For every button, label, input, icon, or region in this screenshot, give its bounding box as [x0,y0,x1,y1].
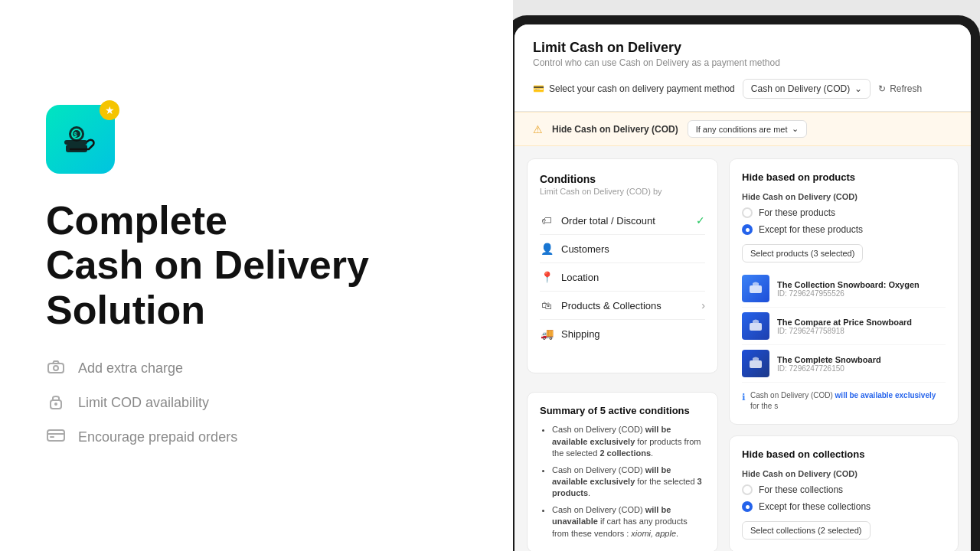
product-item-1: The Collection Snowboard: Oxygen ID: 729… [742,270,946,308]
hide-collections-title: Hide based on collections [742,448,946,460]
svg-text:$: $ [74,131,77,139]
radio-except-collections[interactable]: Except for these collections [742,501,946,512]
products-radio-group: For these products Except for these prod… [742,207,946,235]
card-icon [46,429,66,446]
summary-title: Summary of 5 active conditions [540,405,705,416]
app-icon-svg: $ [60,119,102,161]
tablet-screen: Limit Cash on Delivery Control who can u… [514,24,971,551]
hide-cod-products-label: Hide Cash on Delivery (COD) [742,192,946,201]
product-name-1: The Collection Snowboard: Oxygen [777,280,920,289]
svg-rect-11 [50,436,54,438]
svg-rect-9 [47,430,64,441]
screen-header: Limit Cash on Delivery Control who can u… [514,24,971,112]
main-content: Conditions Limit Cash on Delivery (COD) … [514,146,971,551]
payment-method-row: 💳 Select your cash on delivery payment m… [533,79,952,99]
summary-item-1: Cash on Delivery (COD) will be available… [552,424,705,459]
feature-limit-cod: Limit COD availability [46,393,467,413]
features-list: Add extra charge Limit COD availability … [46,360,467,446]
svg-point-6 [54,366,58,370]
screen-content: Limit Cash on Delivery Control who can u… [514,24,971,551]
feature-limit-cod-label: Limit COD availability [78,395,209,411]
product-id-3: ID: 7296247726150 [777,364,881,373]
radio-circle-except [742,224,753,235]
feature-extra-charge: Add extra charge [46,360,467,377]
truck-icon: 🚚 [540,328,554,340]
payment-dropdown[interactable]: Cash on Delivery (COD) ⌄ [743,79,871,99]
chevron-down-icon-2: ⌄ [792,124,799,134]
condition-customers[interactable]: 👤 Customers [540,235,705,263]
warning-icon: ⚠ [533,123,543,135]
collections-radio-group: For these collections Except for these c… [742,484,946,512]
hide-collections-panel: Hide based on collections Hide Cash on D… [729,435,959,551]
condition-shipping[interactable]: 🚚 Shipping [540,320,705,347]
chevron-down-icon: ⌄ [854,83,862,94]
conditions-title: Conditions [540,173,705,185]
conditions-panel: Conditions Limit Cash on Delivery (COD) … [527,158,718,373]
svg-rect-5 [48,364,64,373]
radio-circle-except-collections [742,501,753,512]
payment-icon: 💳 [533,83,544,94]
star-badge: ★ [100,100,119,120]
summary-item-2: Cash on Delivery (COD) will be available… [552,465,705,500]
conditions-dropdown[interactable]: If any conditions are met ⌄ [688,120,807,138]
condition-products-collections[interactable]: 🛍 Products & Collections › [540,292,705,320]
feature-prepaid: Encourage prepaid orders [46,429,467,446]
screen-subtitle: Control who can use Cash on Delivery as … [533,57,952,68]
select-collections-button[interactable]: Select collections (2 selected) [742,521,871,540]
condition-order-total[interactable]: 🏷 Order total / Discount ✓ [540,207,705,235]
left-column: Conditions Limit Cash on Delivery (COD) … [527,158,718,551]
summary-item-3: Cash on Delivery (COD) will be unavailab… [552,504,705,540]
left-panel: ★ $ Complete Cash on Delivery Solution A… [0,0,513,551]
hide-products-panel: Hide based on products Hide Cash on Deli… [729,158,959,425]
product-id-2: ID: 7296247758918 [777,327,912,335]
radio-for-collections[interactable]: For these collections [742,484,946,495]
shield-tag-icon: 🛍 [540,299,554,311]
right-panel: Limit Cash on Delivery Control who can u… [513,0,980,551]
svg-rect-12 [750,285,762,293]
conditions-bar: ⚠ Hide Cash on Delivery (COD) If any con… [514,112,971,146]
svg-rect-14 [750,360,762,368]
products-list: The Collection Snowboard: Oxygen ID: 729… [742,270,946,383]
svg-point-8 [54,403,57,406]
product-thumb-complete [742,350,769,377]
hide-cod-collections-label: Hide Cash on Delivery (COD) [742,469,946,478]
right-side-panels: Hide based on products Hide Cash on Deli… [729,158,959,551]
product-item-2: The Compare at Price Snowboard ID: 72962… [742,308,946,345]
check-icon: ✓ [696,214,705,227]
hide-cod-label: Hide Cash on Delivery (COD) [552,124,678,135]
lock-icon [46,393,66,413]
conditions-subtitle: Limit Cash on Delivery (COD) by [540,187,705,196]
product-thumb-oxygen [742,275,769,302]
product-name-3: The Complete Snowboard [777,355,881,364]
radio-for-products[interactable]: For these products [742,207,946,218]
summary-list: Cash on Delivery (COD) will be available… [540,424,705,540]
condition-location[interactable]: 📍 Location [540,263,705,292]
select-products-button[interactable]: Select products (3 selected) [742,244,863,262]
svg-rect-13 [750,323,762,331]
main-title: Complete Cash on Delivery Solution [46,198,467,332]
refresh-icon: ↻ [878,83,886,94]
location-icon: 📍 [540,271,554,283]
product-item-3: The Complete Snowboard ID: 7296247726150 [742,345,946,383]
hide-products-title: Hide based on products [742,171,946,183]
camera-icon [46,360,66,377]
feature-prepaid-label: Encourage prepaid orders [78,429,237,445]
tag-icon: 🏷 [540,214,554,227]
radio-circle-for [742,207,753,218]
refresh-button[interactable]: ↻ Refresh [878,83,922,94]
feature-extra-charge-label: Add extra charge [78,360,183,377]
radio-circle-for-collections [742,484,753,495]
summary-section: Summary of 5 active conditions Cash on D… [527,392,718,551]
info-note-products: ℹ Cash on Delivery (COD) will be availab… [742,390,946,412]
user-icon: 👤 [540,243,554,255]
info-icon: ℹ [742,391,746,404]
product-name-2: The Compare at Price Snowboard [777,318,912,327]
product-id-1: ID: 7296247955526 [777,289,920,298]
app-icon: ★ $ [46,105,115,174]
arrow-right-icon: › [701,299,705,311]
product-thumb-compare [742,312,769,340]
tablet-frame: Limit Cash on Delivery Control who can u… [513,15,980,551]
payment-label: 💳 Select your cash on delivery payment m… [533,83,735,94]
radio-except-products[interactable]: Except for these products [742,224,946,235]
screen-title: Limit Cash on Delivery [533,40,952,56]
